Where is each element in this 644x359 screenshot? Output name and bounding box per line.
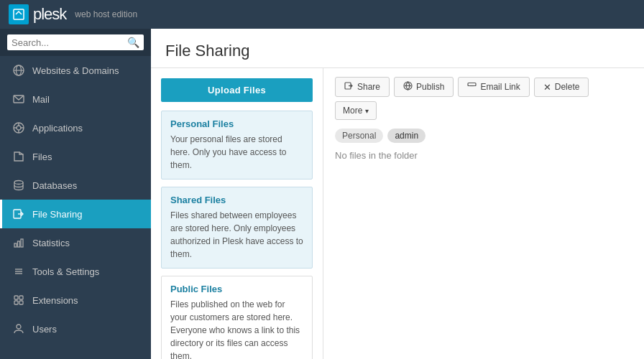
sidebar: 🔍 Websites & Domains Mail Applications (0, 29, 151, 359)
publish-button[interactable]: Publish (394, 77, 454, 97)
svg-rect-22 (19, 296, 23, 299)
more-label: More (343, 106, 362, 116)
share-icon (344, 81, 354, 93)
action-bar: Share Publish Email Link (335, 77, 632, 120)
app-layout: 🔍 Websites & Domains Mail Applications (0, 29, 644, 359)
users-icon (12, 322, 25, 335)
main-header: File Sharing (151, 29, 644, 68)
tools-icon (12, 265, 25, 278)
sidebar-item-websites-domains[interactable]: Websites & Domains (0, 56, 151, 85)
files-icon (12, 150, 25, 163)
publish-label: Publish (416, 82, 444, 92)
sidebar-label-users: Users (32, 324, 57, 335)
sidebar-label-databases: Databases (32, 180, 77, 191)
svg-rect-16 (18, 241, 20, 247)
chevron-down-icon: ▾ (365, 107, 369, 115)
search-box: 🔍 (0, 29, 151, 56)
delete-icon: ✕ (543, 82, 551, 93)
personal-files-folder[interactable]: Personal Files Your personal files are s… (161, 111, 313, 180)
sidebar-label-file-sharing: File Sharing (32, 209, 82, 220)
main-body: Upload Files Personal Files Your persona… (151, 68, 644, 359)
topbar: plesk web host edition (0, 0, 644, 29)
search-input[interactable] (12, 37, 127, 48)
public-files-desc: Files published on the web for your cust… (170, 298, 303, 359)
svg-point-5 (17, 126, 21, 130)
svg-rect-17 (21, 239, 23, 247)
sidebar-label-statistics: Statistics (32, 238, 70, 248)
statistics-icon (12, 236, 25, 249)
sidebar-label-tools-settings: Tools & Settings (32, 266, 99, 277)
email-link-label: Email Link (480, 82, 520, 92)
share-label: Share (357, 82, 380, 92)
sidebar-item-file-sharing[interactable]: File Sharing (0, 200, 151, 228)
public-files-folder[interactable]: Public Files Files published on the web … (161, 276, 313, 359)
search-input-wrap[interactable]: 🔍 (7, 34, 144, 50)
websites-domains-icon (12, 64, 25, 77)
more-button[interactable]: More ▾ (335, 101, 377, 120)
sidebar-item-users[interactable]: Users (0, 314, 151, 343)
sidebar-label-applications: Applications (32, 123, 83, 134)
public-files-title: Public Files (170, 284, 303, 294)
sidebar-label-extensions: Extensions (32, 295, 78, 306)
personal-files-title: Personal Files (170, 118, 303, 129)
delete-label: Delete (555, 82, 580, 92)
main-content: File Sharing Upload Files Personal Files… (151, 29, 644, 359)
search-icon: 🔍 (127, 37, 139, 48)
sidebar-item-files[interactable]: Files (0, 142, 151, 171)
extensions-icon (12, 294, 25, 307)
file-sharing-icon (12, 208, 25, 220)
shared-files-folder[interactable]: Shared Files Files shared between employ… (161, 187, 313, 269)
brand-name: plesk (33, 5, 66, 24)
email-link-icon (467, 81, 477, 93)
plesk-logo-icon (12, 8, 25, 21)
applications-icon (12, 121, 25, 134)
left-panel: Upload Files Personal Files Your persona… (151, 68, 323, 359)
sidebar-label-websites-domains: Websites & Domains (32, 65, 119, 76)
upload-files-button[interactable]: Upload Files (161, 78, 313, 102)
sidebar-item-statistics[interactable]: Statistics (0, 228, 151, 257)
page-title: File Sharing (165, 42, 630, 60)
shared-files-desc: Files shared between employees are store… (170, 209, 303, 261)
sidebar-item-tools-settings[interactable]: Tools & Settings (0, 257, 151, 286)
personal-files-desc: Your personal files are stored here. Onl… (170, 133, 303, 172)
svg-point-25 (17, 325, 21, 329)
sidebar-label-mail: Mail (32, 94, 50, 105)
email-link-button[interactable]: Email Link (458, 77, 529, 97)
svg-point-12 (14, 181, 23, 185)
sidebar-item-mail[interactable]: Mail (0, 85, 151, 113)
sidebar-item-applications[interactable]: Applications (0, 113, 151, 142)
databases-icon (12, 179, 25, 192)
plesk-logo-box (9, 4, 29, 24)
publish-icon (403, 81, 413, 93)
svg-rect-15 (14, 243, 17, 247)
svg-rect-21 (14, 296, 18, 299)
shared-files-title: Shared Files (170, 195, 303, 205)
sidebar-item-databases[interactable]: Databases (0, 171, 151, 200)
svg-rect-23 (14, 301, 18, 304)
breadcrumb-admin[interactable]: admin (387, 129, 426, 143)
empty-folder-message: No files in the folder (335, 150, 632, 161)
brand-subtitle: web host edition (75, 9, 137, 19)
share-button[interactable]: Share (335, 77, 390, 97)
delete-button[interactable]: ✕ Delete (534, 78, 589, 97)
sidebar-label-files: Files (32, 151, 52, 162)
right-panel: Share Publish Email Link (323, 68, 644, 359)
svg-rect-24 (19, 301, 23, 304)
sidebar-item-extensions[interactable]: Extensions (0, 286, 151, 314)
breadcrumb-personal[interactable]: Personal (335, 129, 383, 143)
logo-area: plesk web host edition (9, 4, 137, 24)
breadcrumb: Personal admin (335, 129, 632, 143)
mail-icon (12, 93, 25, 106)
